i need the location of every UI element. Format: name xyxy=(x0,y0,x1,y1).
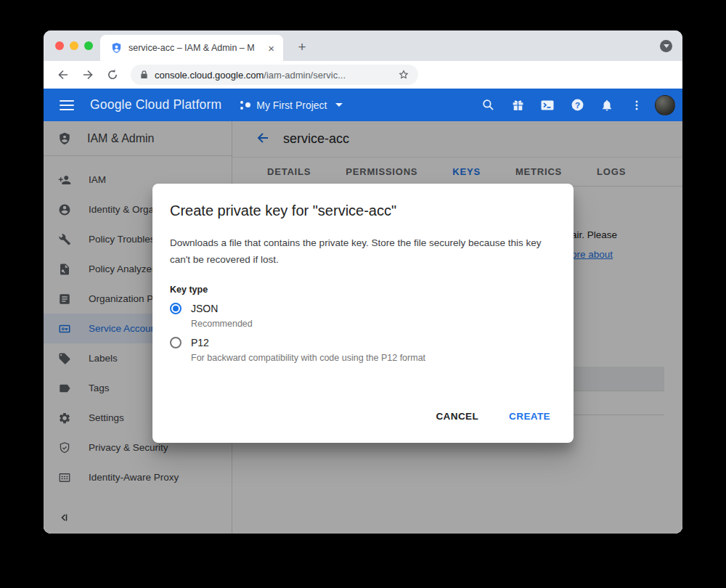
project-caret-icon xyxy=(335,103,343,107)
gift-icon[interactable] xyxy=(506,94,529,117)
close-tab-icon[interactable]: × xyxy=(265,42,277,54)
url-path: /iam-admin/servic... xyxy=(264,70,398,81)
project-icon xyxy=(240,100,250,110)
gcp-header-actions: ? xyxy=(476,89,675,121)
reload-button[interactable] xyxy=(103,65,122,84)
lock-icon xyxy=(139,70,149,80)
browser-tab[interactable]: service-acc – IAM & Admin – M × xyxy=(100,35,283,61)
kebab-menu-icon[interactable] xyxy=(625,94,648,117)
project-selector[interactable]: My First Project xyxy=(240,99,343,111)
gcp-header: Google Cloud Platform My First Project ? xyxy=(44,89,682,121)
tab-search-button[interactable] xyxy=(660,40,672,52)
new-tab-button[interactable]: + xyxy=(292,37,312,57)
project-name: My First Project xyxy=(256,99,327,111)
iam-shield-favicon xyxy=(110,42,123,54)
bookmark-star-icon[interactable] xyxy=(398,69,409,81)
cloud-shell-icon[interactable] xyxy=(536,94,559,117)
dialog-actions: CANCEL CREATE xyxy=(425,404,560,428)
create-button[interactable]: CREATE xyxy=(499,404,560,428)
browser-window: service-acc – IAM & Admin – M × + consol… xyxy=(44,30,682,534)
cancel-button[interactable]: CANCEL xyxy=(425,404,489,428)
radio-selected-icon[interactable] xyxy=(170,303,182,314)
console-content: IAM & Admin IAM Identity & Organization … xyxy=(44,121,682,534)
tab-strip: service-acc – IAM & Admin – M × + xyxy=(44,30,682,61)
svg-text:?: ? xyxy=(574,100,579,110)
key-type-label: Key type xyxy=(170,285,556,295)
forward-button[interactable] xyxy=(78,65,97,84)
radio-option-description: Recommended xyxy=(191,319,556,329)
browser-toolbar: console.cloud.google.com /iam-admin/serv… xyxy=(44,61,682,89)
radio-unselected-icon[interactable] xyxy=(170,337,182,348)
create-private-key-dialog: Create private key for "service-acc" Dow… xyxy=(152,184,574,443)
back-button[interactable] xyxy=(54,65,73,84)
search-icon[interactable] xyxy=(476,94,499,117)
fullscreen-window-button[interactable] xyxy=(84,41,93,50)
gcp-logo[interactable]: Google Cloud Platform xyxy=(90,97,221,113)
url-bar[interactable]: console.cloud.google.com /iam-admin/serv… xyxy=(131,65,418,85)
traffic-lights xyxy=(55,41,93,50)
notifications-bell-icon[interactable] xyxy=(595,94,619,117)
dialog-body-text: Downloads a file that contains the priva… xyxy=(170,235,556,269)
help-icon[interactable]: ? xyxy=(566,94,589,117)
radio-option-p12[interactable]: P12 xyxy=(170,337,556,348)
chevron-down-icon xyxy=(664,44,669,48)
user-avatar[interactable] xyxy=(655,95,675,115)
radio-option-json[interactable]: JSON xyxy=(170,303,556,314)
minimize-window-button[interactable] xyxy=(70,41,78,50)
radio-option-label: P12 xyxy=(191,337,209,348)
tab-title: service-acc – IAM & Admin – M xyxy=(129,43,265,53)
dialog-title: Create private key for "service-acc" xyxy=(170,203,556,219)
radio-option-label: JSON xyxy=(191,303,218,314)
url-host: console.cloud.google.com xyxy=(155,70,264,81)
close-window-button[interactable] xyxy=(55,41,64,50)
menu-icon[interactable] xyxy=(60,100,74,110)
radio-option-description: For backward compatibility with code usi… xyxy=(191,353,556,363)
